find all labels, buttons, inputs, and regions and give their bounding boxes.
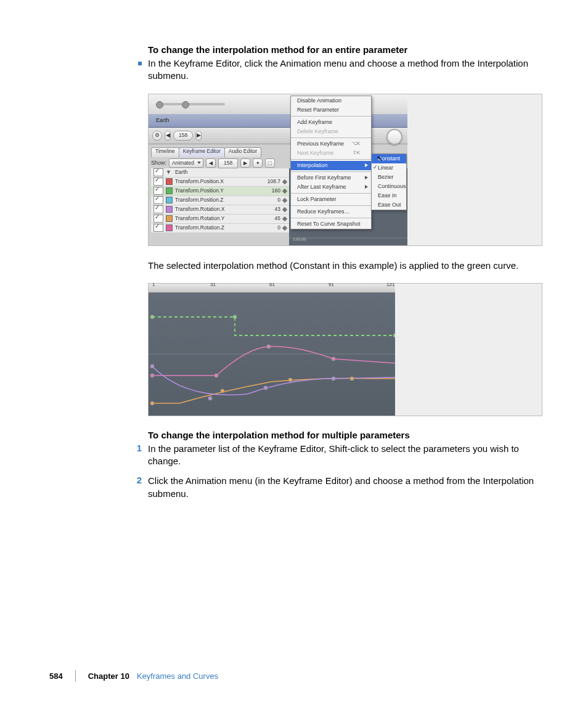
time-field[interactable]: 158 bbox=[218, 158, 238, 168]
step-text: Click the Animation menu (in the Keyfram… bbox=[148, 475, 542, 500]
arrow-right-icon[interactable]: ▶ bbox=[195, 131, 202, 141]
section-heading: To change the interpolation method for m… bbox=[148, 430, 542, 440]
keyframe-icon[interactable] bbox=[282, 207, 287, 211]
list-item[interactable]: Transform.Position.Y 160 bbox=[151, 187, 289, 196]
submenu-item-bezier[interactable]: Bezier bbox=[372, 173, 406, 182]
parameter-list: ▼ Earth Transform.Position.X 108.7 Trans… bbox=[151, 168, 289, 233]
menu-item-reduce-keyframes[interactable]: Reduce Keyframes… bbox=[291, 207, 371, 216]
submenu-arrow-icon bbox=[365, 163, 368, 167]
menu-item-reset-parameter[interactable]: Reset Parameter bbox=[291, 105, 371, 115]
group-name: Earth bbox=[174, 170, 289, 175]
menu-item-next-keyframe: Next Keyframe⇧K bbox=[291, 149, 371, 158]
step-number: 1 bbox=[134, 443, 142, 468]
submenu-item-ease-out[interactable]: Ease Out bbox=[372, 200, 406, 210]
color-swatch bbox=[166, 178, 173, 185]
param-name: Transform.Rotation.Y bbox=[175, 216, 263, 221]
svg-point-10 bbox=[214, 374, 218, 377]
checkbox[interactable] bbox=[153, 215, 163, 223]
checkbox[interactable] bbox=[153, 187, 163, 195]
color-swatch bbox=[166, 197, 173, 203]
fit-icon[interactable]: ⬚ bbox=[265, 158, 275, 168]
svg-point-7 bbox=[233, 315, 237, 319]
svg-point-18 bbox=[208, 396, 212, 400]
param-value[interactable]: 45 bbox=[263, 216, 280, 221]
param-value[interactable]: 0 bbox=[263, 197, 280, 203]
submenu-arrow-icon bbox=[365, 176, 368, 179]
svg-point-17 bbox=[150, 364, 154, 368]
menu-item-lock-parameter[interactable]: Lock Parameter bbox=[291, 195, 371, 204]
submenu-item-continuous[interactable]: Continuous bbox=[372, 182, 406, 191]
menu-item-interpolation[interactable]: Interpolation bbox=[291, 161, 371, 170]
snapshot-icon[interactable]: ✦ bbox=[253, 158, 263, 168]
submenu-item-ease-in[interactable]: Ease In bbox=[372, 191, 406, 200]
arrow-right-icon[interactable]: ▶ bbox=[240, 158, 250, 168]
tab-audio-editor[interactable]: Audio Editor bbox=[224, 147, 261, 157]
svg-point-20 bbox=[332, 377, 335, 380]
gear-icon[interactable]: ⚙ bbox=[152, 131, 162, 141]
list-item[interactable]: Transform.Rotation.X 43 bbox=[151, 205, 289, 215]
transport-controls[interactable] bbox=[380, 130, 402, 144]
keyframe-icon[interactable] bbox=[282, 216, 287, 221]
svg-point-19 bbox=[264, 386, 267, 390]
menu-item-disable-animation[interactable]: Disable Animation bbox=[291, 96, 371, 105]
checkbox[interactable] bbox=[153, 168, 163, 176]
disclosure-triangle-icon[interactable]: ▼ bbox=[166, 170, 171, 175]
axis-label: 130.00 bbox=[293, 237, 306, 241]
zoom-slider[interactable] bbox=[157, 103, 225, 105]
curve-canvas[interactable] bbox=[149, 292, 395, 416]
param-name: Transform.Position.Z bbox=[175, 197, 263, 203]
shortcut-label: ⌥K bbox=[351, 141, 360, 146]
color-swatch bbox=[166, 187, 173, 194]
list-item[interactable]: Transform.Rotation.Z 0 bbox=[151, 224, 289, 233]
list-item[interactable]: Transform.Position.Z 0 bbox=[151, 196, 289, 205]
svg-point-13 bbox=[150, 401, 154, 405]
tab-timeline[interactable]: Timeline bbox=[151, 147, 179, 157]
arrow-left-icon[interactable]: ◀ bbox=[206, 158, 216, 168]
param-name: Transform.Rotation.Z bbox=[175, 225, 263, 231]
menu-item-reset-curve-snapshot[interactable]: Reset To Curve Snapshot bbox=[291, 220, 371, 229]
menu-item-previous-keyframe[interactable]: Previous Keyframe⌥K bbox=[291, 139, 371, 149]
list-item[interactable]: Transform.Rotation.Y 45 bbox=[151, 215, 289, 224]
show-select[interactable]: Animated bbox=[169, 158, 203, 168]
menu-item-before-first-keyframe[interactable]: Before First Keyframe bbox=[291, 173, 371, 183]
chapter-title: Keyframes and Curves bbox=[137, 671, 218, 681]
screenshot-curve-result: 1 31 61 91 121 bbox=[148, 283, 542, 416]
page-footer: 584 Chapter 10 Keyframes and Curves bbox=[49, 670, 551, 681]
svg-point-9 bbox=[150, 374, 154, 377]
param-value[interactable]: 43 bbox=[263, 207, 280, 212]
checkbox[interactable] bbox=[153, 178, 163, 186]
cursor-icon: ↖ bbox=[377, 155, 383, 162]
keyframe-icon[interactable] bbox=[282, 188, 287, 193]
submenu-item-linear[interactable]: ✓Linear bbox=[372, 163, 406, 173]
tab-keyframe-editor[interactable]: Keyframe Editor bbox=[179, 147, 225, 157]
intro-paragraph: In the Keyframe Editor, click the Animat… bbox=[148, 57, 542, 83]
arrow-left-icon[interactable]: ◀ bbox=[165, 131, 171, 141]
param-value[interactable]: 160 bbox=[263, 188, 280, 194]
section-heading: To change the interpolation method for a… bbox=[148, 44, 542, 55]
svg-point-11 bbox=[267, 345, 271, 348]
animation-menu[interactable]: Disable Animation Reset Parameter Add Ke… bbox=[290, 96, 372, 229]
keyframe-icon[interactable] bbox=[282, 179, 287, 184]
menu-item-after-last-keyframe[interactable]: After Last Keyframe bbox=[291, 183, 371, 192]
list-group-header[interactable]: ▼ Earth bbox=[151, 168, 289, 178]
param-name: Transform.Position.X bbox=[175, 179, 263, 184]
current-time[interactable]: 158 bbox=[173, 131, 193, 141]
color-swatch bbox=[166, 224, 173, 231]
checkbox[interactable] bbox=[153, 224, 163, 232]
chapter-label: Chapter 10 bbox=[88, 671, 129, 681]
keyframe-icon[interactable] bbox=[282, 197, 287, 202]
check-icon: ✓ bbox=[373, 165, 378, 170]
page-number: 584 bbox=[49, 671, 63, 681]
checkbox[interactable] bbox=[153, 196, 163, 204]
list-item[interactable]: Transform.Position.X 108.7 bbox=[151, 178, 289, 187]
param-value[interactable]: 108.7 bbox=[263, 179, 280, 184]
svg-point-15 bbox=[288, 378, 292, 382]
timeline-ruler[interactable]: 1 31 61 91 121 bbox=[149, 284, 395, 293]
menu-item-add-keyframe[interactable]: Add Keyframe bbox=[291, 118, 371, 127]
keyframe-icon[interactable] bbox=[282, 225, 287, 230]
layer-name: Earth bbox=[156, 118, 169, 123]
svg-point-8 bbox=[393, 334, 395, 337]
param-value[interactable]: 0 bbox=[263, 225, 280, 231]
checkbox[interactable] bbox=[153, 205, 163, 213]
svg-point-16 bbox=[350, 377, 354, 380]
